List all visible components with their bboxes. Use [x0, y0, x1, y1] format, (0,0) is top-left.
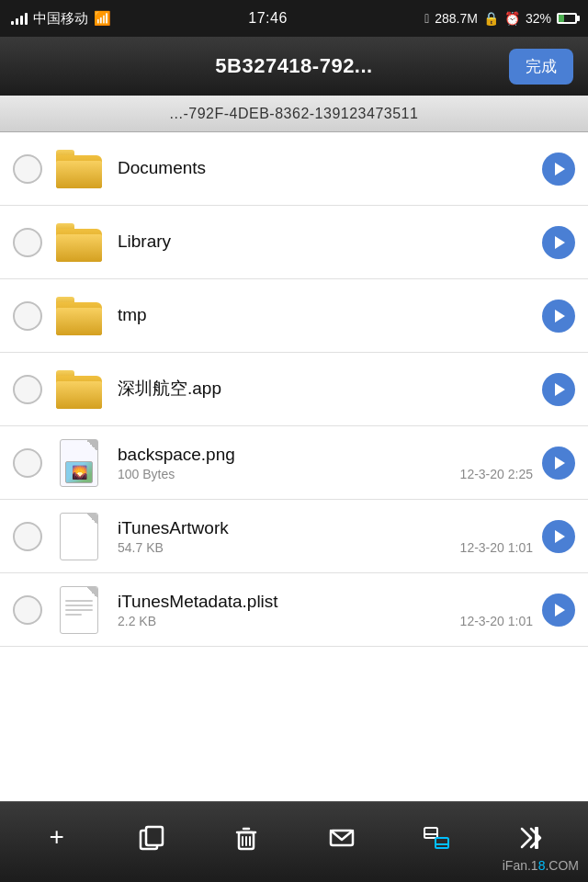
- row-chevron-library[interactable]: [542, 226, 575, 259]
- status-time: 17:46: [248, 10, 288, 27]
- watermark-text: iFan.18.COM: [503, 858, 579, 873]
- chevron-arrow-itunesartwork: [555, 530, 565, 543]
- row-name-tmp: tmp: [118, 305, 533, 325]
- battery-percent: 32%: [526, 11, 551, 26]
- move-icon: [422, 823, 451, 853]
- nav-title: 5B327418-792...: [79, 54, 509, 78]
- mail-button[interactable]: [314, 823, 369, 853]
- delete-button[interactable]: [219, 823, 274, 853]
- chevron-arrow-app: [555, 383, 565, 396]
- row-chevron-backspace[interactable]: [542, 447, 575, 480]
- carrier-label: 中国移动: [33, 10, 88, 28]
- chevron-arrow-library: [555, 236, 565, 249]
- row-meta-itunesartwork: 54.7 KB 12-3-20 1:01: [118, 540, 533, 555]
- row-info-itunesmetadata: iTunesMetadata.plist 2.2 KB 12-3-20 1:01: [118, 592, 533, 628]
- chevron-arrow-itunesmetadata: [555, 604, 565, 616]
- copy-button[interactable]: [124, 823, 179, 853]
- row-radio-app[interactable]: [13, 375, 42, 404]
- file-row-itunesmetadata[interactable]: iTunesMetadata.plist 2.2 KB 12-3-20 1:01: [0, 573, 588, 647]
- chevron-arrow-tmp: [555, 310, 565, 322]
- row-info-app: 深圳航空.app: [118, 377, 533, 402]
- row-info-tmp: tmp: [118, 305, 533, 327]
- row-name-backspace: backspace.png: [118, 445, 533, 465]
- mail-icon: [327, 823, 356, 853]
- folder-icon-app: [55, 366, 103, 413]
- row-size-backspace: 100 Bytes: [118, 467, 175, 481]
- row-meta-itunesmetadata: 2.2 KB 12-3-20 1:01: [118, 614, 533, 628]
- memory-label: 288.7M: [435, 11, 478, 26]
- row-chevron-itunesmetadata[interactable]: [542, 594, 575, 627]
- trash-icon: [232, 823, 261, 853]
- wifi-icon: 📶: [94, 10, 111, 27]
- add-button[interactable]: +: [29, 824, 85, 852]
- row-radio-documents[interactable]: [13, 154, 42, 184]
- move-button[interactable]: [409, 823, 464, 853]
- chevron-arrow-backspace: [555, 457, 565, 469]
- more-button[interactable]: [503, 823, 559, 853]
- row-date-itunesartwork: 12-3-20 1:01: [460, 540, 533, 555]
- row-info-backspace: backspace.png 100 Bytes 12-3-20 2:25: [118, 445, 533, 481]
- file-icon-backspace: 🌄: [55, 439, 103, 487]
- folder-icon-library: [55, 219, 103, 266]
- svg-rect-1: [146, 827, 163, 845]
- status-left: 中国移动 📶: [11, 10, 111, 28]
- file-row-app[interactable]: 深圳航空.app: [0, 353, 588, 426]
- row-chevron-app[interactable]: [542, 373, 575, 406]
- row-radio-library[interactable]: [13, 228, 42, 257]
- row-chevron-itunesartwork[interactable]: [542, 520, 575, 553]
- row-info-library: Library: [118, 232, 533, 254]
- row-name-itunesartwork: iTunesArtwork: [118, 518, 533, 538]
- chevron-arrow-documents: [555, 163, 565, 175]
- row-chevron-tmp[interactable]: [542, 300, 575, 333]
- nav-bar: 5B327418-792... 完成: [0, 37, 588, 96]
- battery-icon: [557, 13, 577, 24]
- more-icon: [516, 823, 546, 853]
- apple-icon: : [424, 11, 429, 26]
- signal-bars: [11, 12, 28, 25]
- file-row-tmp[interactable]: tmp: [0, 279, 588, 353]
- row-meta-backspace: 100 Bytes 12-3-20 2:25: [118, 467, 533, 481]
- status-bar: 中国移动 📶 17:46  288.7M 🔒 ⏰ 32%: [0, 0, 588, 37]
- status-right:  288.7M 🔒 ⏰ 32%: [424, 11, 577, 26]
- folder-icon-documents: [55, 145, 103, 193]
- svg-rect-12: [435, 838, 448, 848]
- file-icon-itunesmetadata: [55, 586, 103, 634]
- row-date-itunesmetadata: 12-3-20 1:01: [460, 614, 533, 628]
- svg-rect-14: [535, 827, 538, 849]
- watermark: iFan.18.COM: [503, 858, 579, 873]
- row-name-itunesmetadata: iTunesMetadata.plist: [118, 592, 533, 612]
- add-icon: +: [49, 824, 63, 850]
- clock-icon: ⏰: [504, 11, 520, 26]
- toolbar: +: [0, 801, 588, 882]
- row-name-documents: Documents: [118, 158, 533, 178]
- row-name-app: 深圳航空.app: [118, 377, 533, 401]
- lock-icon: 🔒: [483, 11, 499, 26]
- row-size-itunesmetadata: 2.2 KB: [118, 614, 156, 628]
- svg-rect-10: [424, 828, 437, 838]
- done-button[interactable]: 完成: [509, 49, 573, 85]
- file-row-documents[interactable]: Documents: [0, 132, 588, 206]
- row-radio-itunesartwork[interactable]: [13, 522, 42, 551]
- row-size-itunesartwork: 54.7 KB: [118, 540, 164, 555]
- row-name-library: Library: [118, 232, 533, 252]
- file-row-itunesartwork[interactable]: iTunesArtwork 54.7 KB 12-3-20 1:01: [0, 500, 588, 573]
- row-chevron-documents[interactable]: [542, 153, 575, 186]
- uuid-text: ...-792F-4DEB-8362-139123473511: [170, 106, 419, 122]
- row-radio-itunesmetadata[interactable]: [13, 595, 42, 625]
- row-radio-tmp[interactable]: [13, 301, 42, 331]
- file-icon-itunesartwork: [55, 513, 103, 560]
- file-list: Documents Library: [0, 132, 588, 647]
- row-info-documents: Documents: [118, 158, 533, 180]
- row-info-itunesartwork: iTunesArtwork 54.7 KB 12-3-20 1:01: [118, 518, 533, 555]
- uuid-bar: ...-792F-4DEB-8362-139123473511: [0, 96, 588, 132]
- file-row-backspace[interactable]: 🌄 backspace.png 100 Bytes 12-3-20 2:25: [0, 426, 588, 500]
- file-row-library[interactable]: Library: [0, 206, 588, 279]
- row-radio-backspace[interactable]: [13, 448, 42, 478]
- copy-icon: [137, 823, 166, 853]
- row-date-backspace: 12-3-20 2:25: [460, 467, 533, 481]
- folder-icon-tmp: [55, 292, 103, 340]
